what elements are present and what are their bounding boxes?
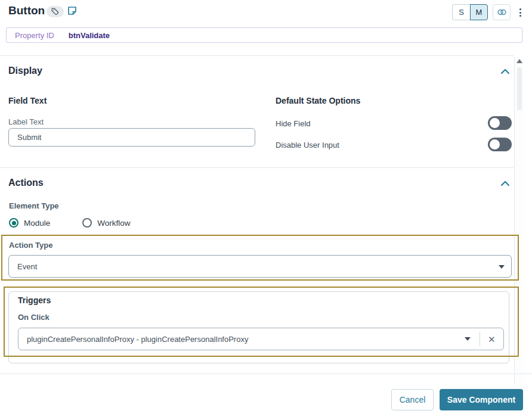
toggle-knob — [490, 139, 500, 150]
component-config-panel: Button S M Property ID btnValidate Displ — [0, 0, 532, 417]
tag-icon — [51, 8, 59, 15]
scroll-up-arrow-icon[interactable] — [516, 59, 522, 63]
label-text-value: Submit — [17, 133, 41, 142]
action-type-caret-down-icon[interactable] — [499, 265, 505, 269]
cancel-button[interactable]: Cancel — [391, 389, 434, 410]
hide-field-label: Hide Field — [276, 119, 311, 128]
action-type-value: Event — [17, 262, 37, 271]
radio-workflow-label[interactable]: Workflow — [97, 219, 130, 228]
label-text-label: Label Text — [8, 117, 44, 126]
action-type-select[interactable]: Event — [8, 255, 512, 278]
property-id-label: Property ID — [15, 31, 54, 40]
element-type-label: Element Type — [9, 201, 59, 210]
note-icon — [67, 5, 78, 16]
save-component-button[interactable]: Save Component — [440, 389, 523, 410]
actions-collapse-chevron-up-icon[interactable] — [500, 179, 511, 188]
display-collapse-chevron-up-icon[interactable] — [500, 67, 511, 76]
display-section-title: Display — [8, 66, 42, 76]
divider — [0, 167, 514, 168]
divider — [0, 55, 514, 56]
on-click-label: On Click — [18, 313, 50, 322]
kebab-menu-icon[interactable] — [516, 5, 524, 20]
label-text-input[interactable]: Submit — [8, 128, 255, 147]
tag-button[interactable] — [47, 6, 64, 17]
link-button[interactable] — [493, 4, 511, 20]
size-small-button[interactable]: S — [452, 4, 470, 20]
vertical-scrollbar[interactable] — [514, 57, 524, 384]
size-medium-button[interactable]: M — [470, 4, 488, 20]
radio-module-label[interactable]: Module — [24, 219, 50, 228]
property-id-row[interactable]: Property ID btnValidate — [6, 27, 522, 43]
actions-section-title: Actions — [8, 178, 44, 188]
page-title: Button — [8, 4, 45, 17]
element-type-radio-group: Module Workflow — [9, 218, 131, 228]
default-state-title: Default State Options — [276, 96, 360, 105]
select-separator — [480, 332, 480, 346]
size-toggle-group: S M — [452, 4, 488, 20]
link-icon — [497, 8, 507, 16]
on-click-value: pluginCreatePersonalInfoProxy - pluginCr… — [27, 335, 248, 344]
toggle-knob — [490, 118, 500, 128]
action-type-label: Action Type — [9, 241, 52, 250]
footer-divider — [0, 374, 532, 374]
on-click-caret-down-icon[interactable] — [465, 337, 471, 341]
radio-module[interactable] — [9, 218, 18, 228]
hide-field-toggle[interactable] — [488, 116, 512, 130]
triggers-title: Triggers — [18, 295, 51, 305]
scrollbar-thumb[interactable] — [517, 67, 522, 110]
property-id-value: btnValidate — [69, 31, 110, 40]
field-text-title: Field Text — [8, 96, 47, 105]
disable-user-input-toggle[interactable] — [488, 138, 512, 151]
on-click-select[interactable]: pluginCreatePersonalInfoProxy - pluginCr… — [18, 328, 504, 350]
radio-workflow[interactable] — [82, 218, 92, 228]
on-click-clear-close-icon[interactable]: ✕ — [488, 335, 496, 344]
notes-button[interactable] — [67, 5, 78, 16]
disable-user-input-label: Disable User Input — [276, 141, 339, 150]
